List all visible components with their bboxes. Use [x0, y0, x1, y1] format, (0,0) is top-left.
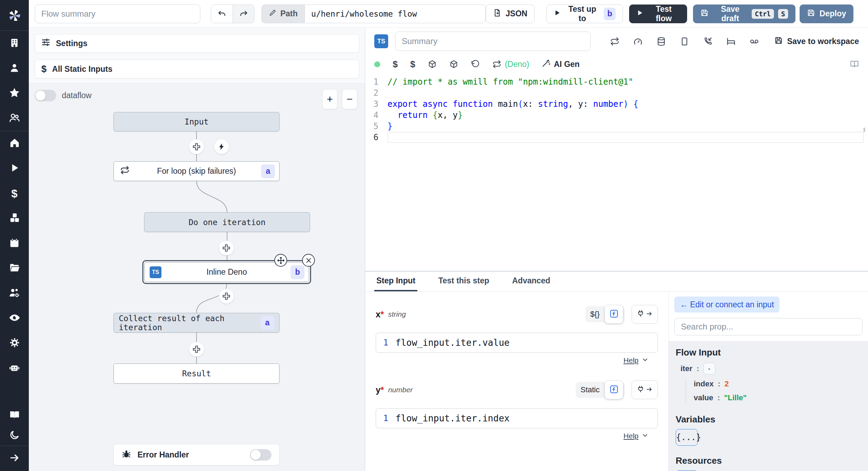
tab-advanced[interactable]: Advanced [510, 272, 552, 291]
add-step-button[interactable] [189, 342, 204, 357]
sidebar-item-docs[interactable] [0, 405, 29, 426]
sidebar-item-folders[interactable] [0, 256, 29, 281]
delete-node-button[interactable] [302, 254, 315, 267]
sidebar-item-runs[interactable] [0, 156, 29, 181]
sidebar-item-user[interactable] [0, 56, 29, 81]
undo-button[interactable] [211, 5, 233, 23]
tree-key-value[interactable]: value [694, 393, 713, 402]
deploy-label: Deploy [819, 9, 846, 18]
tree-key-index[interactable]: index [694, 379, 713, 388]
tab-step-input[interactable]: Step Input [374, 272, 417, 291]
package-icon[interactable] [449, 60, 458, 69]
node-result[interactable]: Result [114, 363, 279, 384]
sidebar-item-resources[interactable] [0, 206, 29, 231]
flow-input-title: Flow Input [676, 347, 861, 358]
test-up-to-button[interactable]: Test up to b [546, 5, 623, 23]
database-icon[interactable] [657, 37, 666, 46]
tree-value-value[interactable]: "Lille" [724, 393, 747, 402]
chevron-down-icon[interactable] [642, 357, 648, 364]
redo-button[interactable] [233, 5, 254, 23]
tree-value-index[interactable]: 2 [725, 379, 729, 388]
voicemail-icon[interactable] [750, 37, 759, 46]
sidebar-item-groups[interactable] [0, 106, 29, 131]
sidebar-item-workers[interactable] [0, 281, 29, 306]
test-flow-button[interactable]: Test flow [629, 5, 687, 23]
zoom-out-button[interactable]: − [342, 89, 357, 109]
sidebar-expand-button[interactable] [0, 446, 29, 471]
sidebar-item-audit-logs[interactable] [0, 306, 29, 331]
field-y-function-mode-button[interactable] [604, 380, 623, 399]
field-x-connect-button[interactable] [632, 305, 658, 324]
field-x-expression-editor[interactable]: 1 flow_input.iter.value [376, 333, 658, 353]
node-do-one-iteration[interactable]: Do one iteration [144, 212, 310, 232]
code-editor[interactable]: 1// import * as wmill from "npm:windmill… [365, 76, 868, 143]
line-number: 1 [376, 413, 395, 423]
sidebar-item-variables[interactable]: $ [0, 181, 29, 206]
edit-or-connect-button[interactable]: ← Edit or connect an input [674, 297, 779, 312]
node-inline-deno-selected[interactable]: TS Inline Deno b [142, 260, 311, 284]
tree-row-value[interactable]: value : "Lille" [694, 393, 861, 402]
sidebar-item-workspace[interactable] [0, 31, 29, 56]
flow-summary-input[interactable] [35, 5, 200, 23]
sidebar-item-settings[interactable] [0, 331, 29, 356]
add-step-button[interactable] [189, 139, 204, 154]
tree-key-iter[interactable]: iter [681, 364, 692, 373]
sidebar-item-ai[interactable] [0, 356, 29, 381]
variables-object-button[interactable]: {...} [676, 429, 698, 446]
all-static-inputs-button[interactable]: $ All Static Inputs [35, 60, 359, 78]
field-y-connect-button[interactable] [632, 380, 658, 399]
users-icon [9, 112, 20, 125]
add-step-button[interactable] [219, 241, 234, 256]
field-x-help-link[interactable]: Help [624, 356, 639, 365]
json-button[interactable]: JSON [486, 5, 535, 23]
path-input[interactable] [304, 5, 486, 23]
sleep-icon[interactable] [726, 37, 736, 46]
library-icon[interactable] [850, 60, 859, 69]
field-y-mode-label[interactable]: Static [581, 385, 600, 394]
save-draft-button[interactable]: Save draft Ctrl S [693, 5, 795, 23]
windmill-logo-icon[interactable] [0, 6, 29, 26]
field-x-mode-label[interactable]: ${} [590, 310, 600, 319]
sidebar-item-schedules[interactable] [0, 231, 29, 256]
search-prop-input[interactable] [674, 318, 862, 335]
node-for-loop[interactable]: For loop (skip failures) a [114, 161, 279, 181]
sidebar-item-theme[interactable] [0, 426, 29, 446]
package-icon[interactable] [428, 60, 437, 69]
resource-picker-icon[interactable]: $ [410, 59, 415, 70]
sidebar-item-home[interactable] [0, 131, 29, 156]
save-icon [807, 9, 815, 19]
iter-children: index : 2 value : "Lille" [685, 379, 861, 402]
phone-incoming-icon[interactable] [703, 37, 712, 46]
save-to-workspace-button[interactable]: Save to workspace [774, 36, 859, 47]
tree-row-index[interactable]: index : 2 [694, 379, 861, 388]
gauge-icon[interactable] [633, 37, 643, 46]
node-collect-result[interactable]: Collect result of each iteration a [114, 313, 279, 333]
add-step-button[interactable] [219, 289, 234, 304]
lsp-status-dot [374, 61, 380, 67]
sidebar-item-favorites[interactable] [0, 81, 29, 106]
error-handler-toggle[interactable] [250, 449, 272, 461]
for-loop-settings-icon[interactable] [610, 37, 619, 46]
variable-picker-icon[interactable]: $ [393, 59, 398, 70]
tab-test-this-step[interactable]: Test this step [436, 272, 491, 291]
ai-gen-button[interactable]: AI Gen [542, 59, 579, 70]
move-node-button[interactable] [274, 254, 287, 267]
deploy-button[interactable]: Deploy [800, 5, 853, 23]
field-x-function-mode-button[interactable] [604, 305, 623, 324]
path-label-button[interactable]: Path [261, 5, 304, 23]
flow-graph-canvas[interactable]: dataflow + − Input [29, 83, 365, 471]
add-trigger-button[interactable] [214, 139, 229, 154]
field-y-help-link[interactable]: Help [624, 432, 639, 440]
field-y-expression-editor[interactable]: 1 flow_input.iter.index [376, 408, 658, 428]
node-input[interactable]: Input [114, 112, 279, 131]
tree-row-iter[interactable]: iter : - [676, 363, 861, 375]
chevron-down-icon[interactable] [642, 432, 648, 440]
reset-icon[interactable] [471, 60, 480, 69]
step-summary-input[interactable] [395, 32, 591, 51]
mock-icon[interactable] [680, 37, 689, 46]
dataflow-toggle[interactable] [35, 90, 56, 101]
collapse-button[interactable]: - [703, 363, 715, 375]
refresh-runtime-icon[interactable] [492, 60, 501, 69]
flow-settings-button[interactable]: Settings [35, 34, 359, 53]
zoom-in-button[interactable]: + [322, 89, 337, 109]
